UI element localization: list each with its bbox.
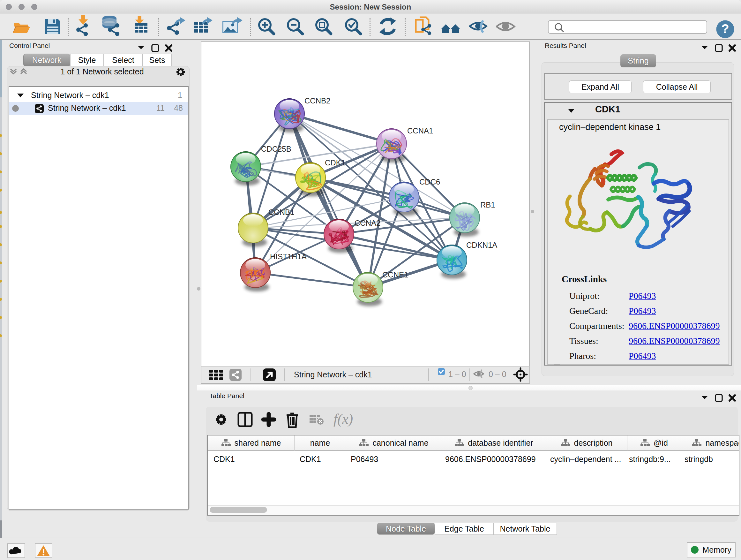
svg-text:?: ? <box>721 22 729 36</box>
svg-text:String Network – cdk1: String Network – cdk1 <box>294 370 372 379</box>
svg-text:0 – 0: 0 – 0 <box>488 370 507 379</box>
svg-text:f(x): f(x) <box>333 411 353 427</box>
svg-text:CCNA1: CCNA1 <box>407 126 433 135</box>
svg-text:CDC6: CDC6 <box>419 178 440 186</box>
svg-text:CCNA2: CCNA2 <box>354 219 381 227</box>
svg-text:HIST1H1A: HIST1H1A <box>270 252 307 261</box>
svg-text:RB1: RB1 <box>480 200 495 209</box>
svg-text:CDK1: CDK1 <box>325 159 345 167</box>
svg-text:CCNE1: CCNE1 <box>382 270 408 279</box>
svg-text:CDKN1A: CDKN1A <box>466 241 497 249</box>
svg-text:CCNB1: CCNB1 <box>268 208 294 216</box>
svg-text:CCNB2: CCNB2 <box>305 97 330 105</box>
svg-text:1 of 1 Network selected: 1 of 1 Network selected <box>60 67 144 76</box>
svg-text:1 – 0: 1 – 0 <box>448 370 466 379</box>
svg-text:CDC25B: CDC25B <box>261 145 291 153</box>
